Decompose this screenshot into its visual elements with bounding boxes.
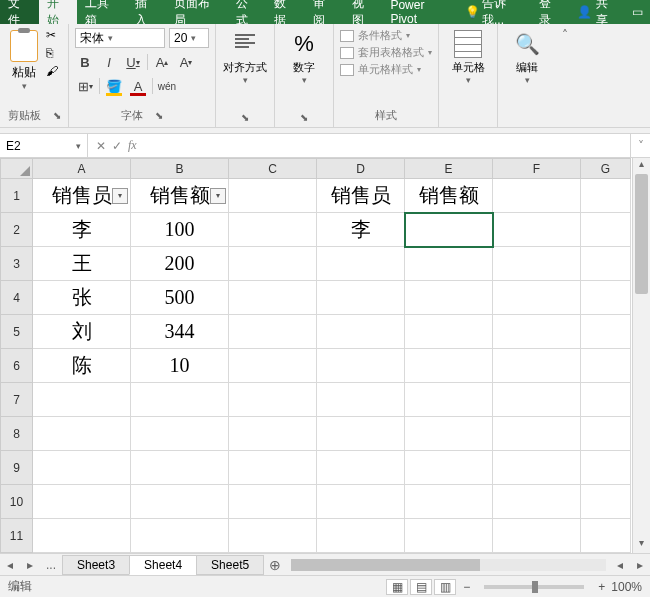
underline-button[interactable]: U▾ — [123, 52, 143, 72]
row-header-11[interactable]: 11 — [1, 519, 33, 553]
zoom-out-button[interactable]: − — [463, 580, 470, 594]
number-launcher[interactable]: ⬊ — [300, 112, 308, 123]
cell-E2[interactable] — [405, 213, 493, 247]
cell-E9[interactable] — [405, 451, 493, 485]
filter-button-A1[interactable]: ▾ — [112, 188, 128, 204]
cell-G10[interactable] — [581, 485, 631, 519]
cell-G3[interactable] — [581, 247, 631, 281]
sheet-nav-next[interactable]: ▸ — [20, 558, 40, 572]
expand-formula-bar[interactable]: ˅ — [630, 134, 650, 157]
scroll-thumb[interactable] — [635, 174, 648, 294]
row-header-6[interactable]: 6 — [1, 349, 33, 383]
cell-E5[interactable] — [405, 315, 493, 349]
column-header-G[interactable]: G — [581, 159, 631, 179]
format-painter-icon[interactable]: 🖌 — [46, 64, 62, 78]
cell-F9[interactable] — [493, 451, 581, 485]
cell-C10[interactable] — [229, 485, 317, 519]
cell-C8[interactable] — [229, 417, 317, 451]
cell-B5[interactable]: 344 — [131, 315, 229, 349]
cell-E10[interactable] — [405, 485, 493, 519]
column-header-E[interactable]: E — [405, 159, 493, 179]
column-header-B[interactable]: B — [131, 159, 229, 179]
cell-B9[interactable] — [131, 451, 229, 485]
row-header-8[interactable]: 8 — [1, 417, 33, 451]
sheet-tab-sheet4[interactable]: Sheet4 — [129, 555, 197, 575]
cell-B8[interactable] — [131, 417, 229, 451]
cell-C5[interactable] — [229, 315, 317, 349]
border-button[interactable]: ⊞▾ — [75, 76, 95, 96]
cell-F10[interactable] — [493, 485, 581, 519]
row-header-1[interactable]: 1 — [1, 179, 33, 213]
cell-E3[interactable] — [405, 247, 493, 281]
cell-E7[interactable] — [405, 383, 493, 417]
cell-C1[interactable] — [229, 179, 317, 213]
font-launcher[interactable]: ⬊ — [155, 110, 163, 121]
column-header-D[interactable]: D — [317, 159, 405, 179]
editing-button[interactable]: 🔍 编辑 ▾ — [504, 28, 550, 85]
row-header-9[interactable]: 9 — [1, 451, 33, 485]
cell-C6[interactable] — [229, 349, 317, 383]
cell-G6[interactable] — [581, 349, 631, 383]
cell-F11[interactable] — [493, 519, 581, 553]
window-help[interactable]: ▭ — [626, 5, 650, 19]
cell-E8[interactable] — [405, 417, 493, 451]
cell-A6[interactable]: 陈 — [33, 349, 131, 383]
row-header-3[interactable]: 3 — [1, 247, 33, 281]
alignment-button[interactable]: 对齐方式 ▾ — [222, 28, 268, 85]
cell-B1[interactable]: 销售额▾ — [131, 179, 229, 213]
cell-C2[interactable] — [229, 213, 317, 247]
hscroll-left[interactable]: ◂ — [610, 558, 630, 572]
filter-button-B1[interactable]: ▾ — [210, 188, 226, 204]
cell-F2[interactable] — [493, 213, 581, 247]
accept-formula-button[interactable]: ✓ — [112, 139, 122, 153]
cell-F7[interactable] — [493, 383, 581, 417]
cell-B3[interactable]: 200 — [131, 247, 229, 281]
cell-A2[interactable]: 李 — [33, 213, 131, 247]
cell-C4[interactable] — [229, 281, 317, 315]
zoom-level[interactable]: 100% — [611, 580, 642, 594]
sheet-overflow[interactable]: ... — [40, 558, 62, 572]
select-all-button[interactable] — [1, 159, 33, 179]
cell-G8[interactable] — [581, 417, 631, 451]
number-button[interactable]: % 数字 ▾ — [281, 28, 327, 85]
sheet-tab-sheet3[interactable]: Sheet3 — [62, 555, 130, 575]
scroll-up-arrow[interactable]: ▴ — [633, 158, 650, 174]
format-as-table-button[interactable]: 套用表格格式▾ — [340, 45, 432, 60]
cell-E4[interactable] — [405, 281, 493, 315]
cell-B10[interactable] — [131, 485, 229, 519]
cell-E6[interactable] — [405, 349, 493, 383]
cell-F6[interactable] — [493, 349, 581, 383]
fill-color-button[interactable]: 🪣 — [104, 76, 124, 96]
cell-E11[interactable] — [405, 519, 493, 553]
cell-B4[interactable]: 500 — [131, 281, 229, 315]
cell-A10[interactable] — [33, 485, 131, 519]
row-header-7[interactable]: 7 — [1, 383, 33, 417]
sheet-tab-sheet5[interactable]: Sheet5 — [196, 555, 264, 575]
horizontal-scrollbar[interactable] — [291, 559, 606, 571]
font-size-combo[interactable]: 20▾ — [169, 28, 209, 48]
cell-D10[interactable] — [317, 485, 405, 519]
cell-C7[interactable] — [229, 383, 317, 417]
zoom-slider[interactable] — [484, 585, 584, 589]
cell-A8[interactable] — [33, 417, 131, 451]
bold-button[interactable]: B — [75, 52, 95, 72]
alignment-launcher[interactable]: ⬊ — [241, 112, 249, 123]
cell-D3[interactable] — [317, 247, 405, 281]
cell-D6[interactable] — [317, 349, 405, 383]
cell-G1[interactable] — [581, 179, 631, 213]
cell-D7[interactable] — [317, 383, 405, 417]
name-box[interactable]: E2 ▾ — [0, 134, 88, 157]
view-page-layout-button[interactable]: ▤ — [410, 579, 432, 595]
view-page-break-button[interactable]: ▥ — [434, 579, 456, 595]
cell-C9[interactable] — [229, 451, 317, 485]
paste-button[interactable]: 粘贴 ▾ — [6, 28, 42, 91]
row-header-2[interactable]: 2 — [1, 213, 33, 247]
column-header-C[interactable]: C — [229, 159, 317, 179]
zoom-thumb[interactable] — [532, 581, 538, 593]
cut-icon[interactable]: ✂ — [46, 28, 62, 42]
cell-A4[interactable]: 张 — [33, 281, 131, 315]
cell-D5[interactable] — [317, 315, 405, 349]
cancel-formula-button[interactable]: ✕ — [96, 139, 106, 153]
cell-B2[interactable]: 100 — [131, 213, 229, 247]
conditional-format-button[interactable]: 条件格式▾ — [340, 28, 410, 43]
